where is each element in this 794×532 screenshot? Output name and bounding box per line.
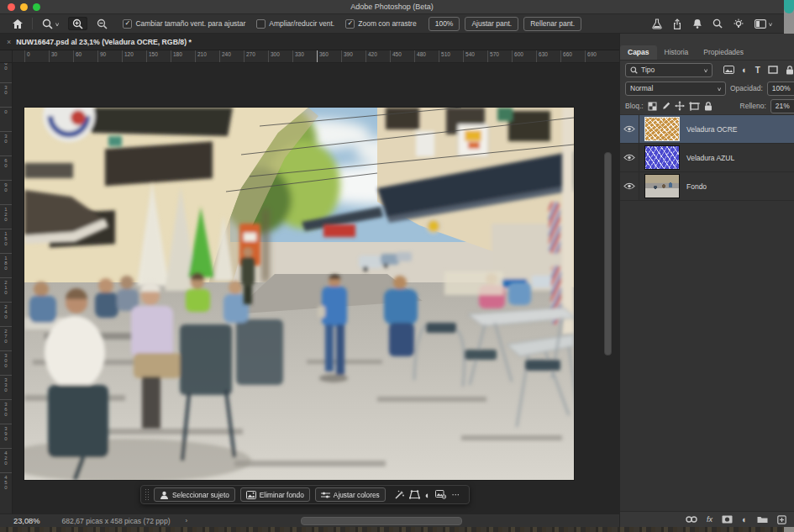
document-tab[interactable]: × NUW16647.psd al 23,1% (Veladura OCRE, … [0,34,619,50]
layers-panel-footer: fx ◐ [620,511,794,527]
tab-capas[interactable]: Capas [620,45,657,60]
fit-screen-button[interactable]: Ajustar pant. [465,17,518,31]
layer-filter-select[interactable]: Tipo ∨ [625,63,712,77]
home-icon[interactable] [8,17,27,30]
zoom-100-button[interactable]: 100% [429,17,460,31]
layer-effects-icon[interactable]: fx [707,515,712,524]
fill-value: 21% [776,102,790,110]
new-adjustment-layer-icon[interactable]: ◐ [742,514,748,524]
layer-name[interactable]: Veladura AZUL [686,154,734,162]
canvas-horizontal-scrollbar[interactable] [301,517,462,525]
lock-all-icon[interactable] [704,102,712,111]
layer-row-fondo[interactable]: Fondo [620,172,794,201]
image-settings-icon[interactable] [435,490,446,499]
lock-pixels-brush-icon[interactable] [661,102,670,111]
checkbox-label: Ampliar/reducir vent. [269,19,334,28]
adjustment-halfcircle-icon[interactable]: ◐ [425,490,431,500]
zoom-out-button[interactable] [92,17,112,30]
filter-type-layers-icon[interactable]: T [755,66,760,75]
blend-mode-select[interactable]: Normal ∨ [625,82,726,96]
ruler-vertical: 6 03 003 06 09 01 2 01 5 01 8 02 1 02 4 … [0,62,13,514]
layer-thumbnail[interactable] [644,117,680,141]
remove-background-label: Eliminar fondo [260,491,304,499]
opacity-select[interactable]: 100% ∨ [767,82,794,96]
layer-thumbnail[interactable] [644,145,680,170]
workspace-switcher-icon[interactable]: ∨ [755,19,772,29]
blend-mode-value: Normal [630,84,653,92]
screen: Adobe Photoshop (Beta) ∨ ✓ Cambiar tamañ… [0,0,794,532]
status-chevron-icon[interactable]: › [186,517,188,524]
desktop-bottom-edge [0,527,784,532]
options-bar: ∨ ✓ Cambiar tamaño vent. para ajustar Am… [0,14,784,34]
close-tab-icon[interactable]: × [7,38,11,46]
tab-propiedades[interactable]: Propiedades [696,45,751,60]
checkbox-label: Cambiar tamaño vent. para ajustar [135,19,245,28]
option-resize-window-checkbox[interactable]: ✓ Cambiar tamaño vent. para ajustar [123,19,245,29]
select-subject-button[interactable]: Seleccionar sujeto [154,487,235,502]
magic-wand-icon[interactable] [394,490,404,500]
new-layer-icon[interactable] [777,515,786,524]
lock-position-icon[interactable] [675,101,685,111]
photoshop-window: Adobe Photoshop (Beta) ∨ ✓ Cambiar tamañ… [0,0,784,527]
more-options-icon[interactable]: ⋯ [451,490,460,499]
adjust-colors-button[interactable]: Ajustar colores [315,487,386,502]
eye-icon [623,182,635,190]
filter-adjustment-layers-icon[interactable]: ◐ [742,65,748,75]
lock-artboard-icon[interactable] [689,102,700,111]
layer-visibility-toggle[interactable] [620,115,639,143]
divider [32,18,33,29]
option-zoom-all-windows-checkbox[interactable]: Ampliar/reducir vent. [256,19,334,29]
document-tab-title: NUW16647.psd al 23,1% (Veladura OCRE, RG… [16,38,192,46]
window-title: Adobe Photoshop (Beta) [0,3,784,11]
discover-lightbulb-icon[interactable] [733,18,744,29]
layers-panel: » Capas Historia Propiedades Tipo ∨ [619,34,794,527]
search-icon[interactable] [712,18,723,29]
tab-historia[interactable]: Historia [657,45,697,60]
lock-transparency-icon[interactable] [648,102,657,111]
canvas-area[interactable]: 0306090120150180210240270300330360390420… [0,50,619,514]
eye-icon [623,154,635,161]
chevron-down-icon: ∨ [768,21,773,27]
chevron-down-icon: ∨ [717,86,722,92]
layer-visibility-toggle[interactable] [620,144,639,171]
layer-row-veladura-azul[interactable]: Veladura AZUL [620,144,794,172]
layer-row-veladura-ocre[interactable]: Veladura OCRE [620,115,794,144]
share-icon[interactable] [672,18,682,29]
search-icon [630,66,638,74]
option-scrubby-zoom-checkbox[interactable]: ✓ Zoom con arrastre [345,19,416,29]
transform-icon[interactable] [409,490,420,499]
layer-name[interactable]: Veladura OCRE [686,125,737,134]
person-icon [160,491,169,499]
fill-screen-button[interactable]: Rellenar pant. [523,17,581,31]
layer-filter-value: Tipo [641,66,655,74]
fill-select[interactable]: 21% ∨ [770,99,794,113]
zoom-tool-icon[interactable]: ∨ [38,17,63,30]
layer-name[interactable]: Fondo [686,182,707,191]
notifications-bell-icon[interactable] [692,18,702,29]
zoom-in-button[interactable] [68,17,87,30]
chevron-down-icon: ∨ [703,67,708,73]
layers-list: Veladura OCRE Veladura AZUL [620,115,794,511]
canvas-photo[interactable] [24,108,574,480]
opacity-value: 100% [772,84,791,92]
checkbox-label: Zoom con arrastre [358,19,416,28]
image-icon [246,491,256,499]
layer-visibility-toggle[interactable] [620,172,639,200]
add-layer-mask-icon[interactable] [722,515,733,524]
chevron-down-icon: ∨ [55,21,60,27]
new-group-folder-icon[interactable] [757,515,768,524]
zoom-percentage[interactable]: 23,08% [13,517,40,525]
canvas-vertical-scrollbar[interactable] [604,152,612,356]
checkbox-unchecked-icon [256,19,266,29]
lock-label: Bloq.: [625,102,644,110]
layer-thumbnail[interactable] [644,174,680,198]
remove-background-button[interactable]: Eliminar fondo [240,487,310,502]
taskbar-drag-handle-icon[interactable] [145,488,149,501]
link-layers-icon[interactable] [686,516,697,523]
status-bar: 23,08% 682,67 picas x 458 picas (72 ppp)… [0,514,619,527]
beta-flask-icon[interactable] [652,18,662,29]
contextual-task-bar[interactable]: Seleccionar sujeto Eliminar fondo Ajusta… [140,485,470,504]
sliders-icon [321,491,330,499]
checkbox-checked-icon: ✓ [123,19,132,29]
checkbox-checked-icon: ✓ [345,19,355,29]
